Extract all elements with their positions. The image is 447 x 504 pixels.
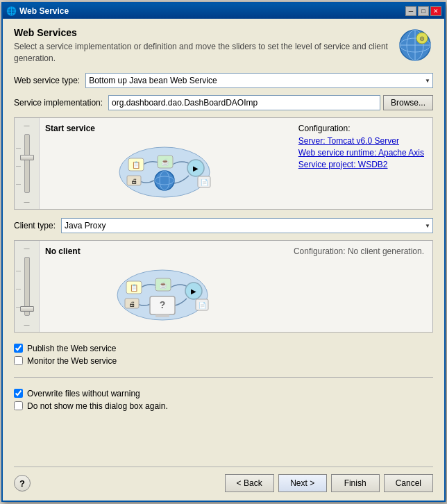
config-label: Configuration: (298, 124, 424, 133)
service-type-select[interactable]: Bottom up Java bean Web Service (85, 73, 433, 88)
service-impl-row: Service implementation: Browse... (14, 95, 433, 110)
service-slider-thumb[interactable] (20, 155, 34, 160)
svg-point-14 (155, 171, 174, 190)
svg-text:🖨: 🖨 (128, 301, 135, 308)
svg-text:📋: 📋 (132, 160, 141, 169)
noshow-checkbox-row: Do not show me this dialog box again. (14, 401, 433, 411)
client-panel-diagram: 📋 ☕ ▶ ? 🖨 📄 (45, 260, 280, 326)
header-section: Web Services Select a service implementa… (14, 27, 433, 65)
header-text: Web Services Select a service implementa… (14, 27, 391, 65)
svg-text:📋: 📋 (130, 283, 139, 292)
minimize-button[interactable]: ─ (405, 6, 416, 16)
monitor-label[interactable]: Monitor the Web service (27, 356, 117, 366)
client-slider-bottom: — (24, 321, 30, 328)
client-slider-thumb[interactable] (20, 306, 34, 312)
divider-1 (14, 377, 433, 378)
browse-button[interactable]: Browse... (383, 95, 433, 110)
finish-button[interactable]: Finish (331, 474, 380, 492)
client-tick-3: — (16, 304, 21, 309)
service-slider-track[interactable] (24, 134, 30, 193)
service-panel-content: Start service (40, 118, 290, 209)
service-impl-input[interactable] (108, 95, 380, 110)
service-slider-area: — — — — — (15, 118, 40, 209)
client-panel-config: Configuration: No client generation. (285, 241, 432, 332)
svg-text:📄: 📄 (201, 178, 209, 187)
service-type-label: Web service type: (14, 76, 80, 85)
svg-text:?: ? (160, 299, 166, 310)
noshow-checkbox[interactable] (14, 401, 23, 410)
footer-buttons: < Back Next > Finish Cancel (225, 474, 433, 492)
header-icon: ⚙ (397, 27, 433, 63)
slider-bottom-label: — (24, 199, 30, 205)
service-type-select-wrapper: Bottom up Java bean Web Service (85, 73, 433, 88)
top-checkboxes: Publish the Web service Monitor the Web … (14, 344, 433, 366)
svg-text:☕: ☕ (159, 280, 168, 289)
title-bar-buttons: ─ □ ✕ (405, 6, 441, 16)
close-button[interactable]: ✕ (430, 6, 441, 16)
service-type-row: Web service type: Bottom up Java bean We… (14, 73, 433, 88)
page-title: Web Services (14, 27, 391, 38)
title-bar-left: 🌐 Web Service (6, 6, 69, 17)
server-link[interactable]: Server: Tomcat v6.0 Server (298, 136, 424, 146)
client-panel: — — — — — No client (14, 240, 433, 333)
service-panel-config: Configuration: Server: Tomcat v6.0 Serve… (290, 118, 432, 209)
overwrite-checkbox-row: Overwrite files without warning (14, 389, 433, 398)
back-button[interactable]: < Back (225, 474, 274, 492)
client-type-row: Client type: Java Proxy (14, 218, 433, 233)
main-window: 🌐 Web Service ─ □ ✕ Web Services Select … (1, 2, 446, 502)
help-button[interactable]: ? (14, 475, 31, 492)
project-link[interactable]: Service project: WSDB2 (298, 160, 424, 169)
window-title: Web Service (19, 6, 69, 16)
client-type-select-wrapper: Java Proxy (61, 218, 433, 233)
slider-tick-2: — (16, 163, 21, 168)
service-impl-input-wrap: Browse... (108, 95, 433, 110)
publish-checkbox[interactable] (14, 344, 23, 353)
client-slider-top: — (24, 245, 30, 251)
content-area: Web Services Select a service implementa… (3, 19, 444, 501)
svg-text:☕: ☕ (161, 158, 170, 167)
client-panel-content: No client 📋 (40, 241, 285, 332)
monitor-checkbox-row: Monitor the Web service (14, 356, 433, 366)
svg-text:▶: ▶ (193, 165, 199, 172)
slider-tick-3: — (16, 181, 21, 186)
svg-text:📄: 📄 (198, 301, 206, 310)
publish-label[interactable]: Publish the Web service (27, 344, 117, 353)
overwrite-checkbox[interactable] (14, 389, 23, 398)
service-panel-title: Start service (45, 124, 285, 133)
client-tick-1: — (16, 268, 21, 273)
footer-section: ? < Back Next > Finish Cancel (14, 467, 433, 492)
client-type-label: Client type: (14, 221, 56, 230)
overwrite-label[interactable]: Overwrite files without warning (27, 389, 140, 398)
runtime-link[interactable]: Web service runtime: Apache Axis (298, 148, 424, 158)
client-slider-track[interactable] (24, 257, 30, 316)
client-tick-2: — (16, 286, 21, 291)
svg-text:▶: ▶ (191, 287, 196, 295)
window-icon: 🌐 (6, 6, 17, 17)
client-panel-title: No client (45, 246, 280, 256)
footer-left: ? (14, 475, 31, 492)
slider-tick-1: — (16, 145, 21, 150)
client-type-select[interactable]: Java Proxy (61, 218, 433, 233)
bottom-checkboxes: Overwrite files without warning Do not s… (14, 389, 433, 411)
service-panel-diagram: 📋 ☕ ▶ 🖨 📄 (45, 137, 285, 203)
noshow-label[interactable]: Do not show me this dialog box again. (27, 401, 168, 411)
publish-checkbox-row: Publish the Web service (14, 344, 433, 353)
page-description: Select a service implementation or defin… (14, 41, 391, 65)
next-button[interactable]: Next > (278, 474, 327, 492)
service-impl-label: Service implementation: (14, 98, 103, 108)
svg-text:⚙: ⚙ (419, 35, 425, 42)
service-panel: — — — — — Start service (14, 117, 433, 210)
title-bar: 🌐 Web Service ─ □ ✕ (3, 3, 444, 19)
slider-top-label: — (24, 122, 30, 128)
monitor-checkbox[interactable] (14, 356, 23, 365)
svg-rect-29 (155, 314, 169, 317)
maximize-button[interactable]: □ (418, 6, 429, 16)
svg-text:🖨: 🖨 (131, 178, 137, 185)
cancel-button[interactable]: Cancel (384, 474, 433, 492)
client-config-text: Configuration: No client generation. (294, 246, 424, 256)
client-slider-area: — — — — — (15, 241, 40, 332)
